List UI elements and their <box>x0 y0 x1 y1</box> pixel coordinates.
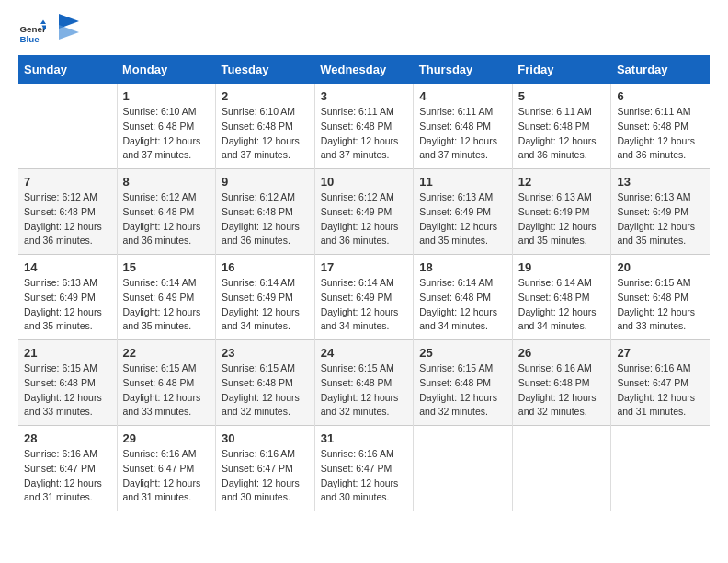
day-number: 27 <box>617 346 704 360</box>
weekday-header-thursday: Thursday <box>414 55 513 84</box>
day-number: 2 <box>222 89 309 103</box>
calendar-cell: 4Sunrise: 6:11 AMSunset: 6:48 PMDaylight… <box>414 84 513 169</box>
svg-marker-5 <box>59 25 79 40</box>
day-info: Sunrise: 6:16 AMSunset: 6:47 PMDaylight:… <box>321 447 408 505</box>
weekday-header-tuesday: Tuesday <box>216 55 315 84</box>
day-number: 13 <box>617 175 704 189</box>
calendar-cell: 29Sunrise: 6:16 AMSunset: 6:47 PMDayligh… <box>117 426 216 511</box>
day-info: Sunrise: 6:12 AMSunset: 6:49 PMDaylight:… <box>321 190 408 248</box>
calendar-week-row: 21Sunrise: 6:15 AMSunset: 6:48 PMDayligh… <box>18 340 710 426</box>
calendar-cell: 18Sunrise: 6:14 AMSunset: 6:48 PMDayligh… <box>414 255 513 340</box>
day-info: Sunrise: 6:14 AMSunset: 6:49 PMDaylight:… <box>321 276 408 334</box>
day-info: Sunrise: 6:11 AMSunset: 6:48 PMDaylight:… <box>518 105 606 163</box>
logo-arrow-icon <box>59 14 79 41</box>
calendar-cell: 10Sunrise: 6:12 AMSunset: 6:49 PMDayligh… <box>314 169 414 255</box>
calendar-cell: 11Sunrise: 6:13 AMSunset: 6:49 PMDayligh… <box>414 169 513 255</box>
day-info: Sunrise: 6:16 AMSunset: 6:47 PMDaylight:… <box>123 447 210 505</box>
day-info: Sunrise: 6:16 AMSunset: 6:47 PMDaylight:… <box>222 447 309 505</box>
day-info: Sunrise: 6:10 AMSunset: 6:48 PMDaylight:… <box>123 105 210 163</box>
day-number: 9 <box>222 175 309 189</box>
day-info: Sunrise: 6:11 AMSunset: 6:48 PMDaylight:… <box>321 105 408 163</box>
calendar-cell <box>611 426 710 511</box>
day-number: 19 <box>518 260 606 274</box>
day-number: 31 <box>321 431 408 445</box>
day-number: 7 <box>24 175 111 189</box>
day-info: Sunrise: 6:12 AMSunset: 6:48 PMDaylight:… <box>222 190 309 248</box>
calendar-cell: 8Sunrise: 6:12 AMSunset: 6:48 PMDaylight… <box>117 169 216 255</box>
day-info: Sunrise: 6:13 AMSunset: 6:49 PMDaylight:… <box>518 190 606 248</box>
day-number: 23 <box>222 346 309 360</box>
day-info: Sunrise: 6:16 AMSunset: 6:47 PMDaylight:… <box>24 447 111 505</box>
day-number: 28 <box>24 431 111 445</box>
day-info: Sunrise: 6:12 AMSunset: 6:48 PMDaylight:… <box>24 190 111 248</box>
day-number: 20 <box>617 260 704 274</box>
day-number: 25 <box>419 346 506 360</box>
weekday-header-friday: Friday <box>512 55 611 84</box>
day-info: Sunrise: 6:15 AMSunset: 6:48 PMDaylight:… <box>321 362 408 419</box>
calendar-week-row: 1Sunrise: 6:10 AMSunset: 6:48 PMDaylight… <box>18 84 710 169</box>
calendar-cell: 26Sunrise: 6:16 AMSunset: 6:48 PMDayligh… <box>512 340 611 426</box>
weekday-header-saturday: Saturday <box>611 55 710 84</box>
calendar-cell: 27Sunrise: 6:16 AMSunset: 6:47 PMDayligh… <box>611 340 710 426</box>
day-info: Sunrise: 6:16 AMSunset: 6:47 PMDaylight:… <box>617 362 704 419</box>
weekday-header-monday: Monday <box>117 55 216 84</box>
calendar-cell: 3Sunrise: 6:11 AMSunset: 6:48 PMDaylight… <box>314 84 414 169</box>
day-info: Sunrise: 6:14 AMSunset: 6:48 PMDaylight:… <box>419 276 506 334</box>
calendar-cell <box>414 426 513 511</box>
day-number: 3 <box>321 89 408 103</box>
weekday-header-wednesday: Wednesday <box>314 55 414 84</box>
calendar-cell: 15Sunrise: 6:14 AMSunset: 6:49 PMDayligh… <box>117 255 216 340</box>
day-info: Sunrise: 6:11 AMSunset: 6:48 PMDaylight:… <box>419 105 506 163</box>
day-number: 16 <box>222 260 309 274</box>
calendar-week-row: 7Sunrise: 6:12 AMSunset: 6:48 PMDaylight… <box>18 169 710 255</box>
day-number: 30 <box>222 431 309 445</box>
day-number: 14 <box>24 260 111 274</box>
day-info: Sunrise: 6:14 AMSunset: 6:48 PMDaylight:… <box>518 276 606 334</box>
calendar-week-row: 14Sunrise: 6:13 AMSunset: 6:49 PMDayligh… <box>18 255 710 340</box>
day-info: Sunrise: 6:13 AMSunset: 6:49 PMDaylight:… <box>419 190 506 248</box>
calendar-cell: 21Sunrise: 6:15 AMSunset: 6:48 PMDayligh… <box>18 340 117 426</box>
logo-icon: General Blue <box>18 18 46 46</box>
day-info: Sunrise: 6:15 AMSunset: 6:48 PMDaylight:… <box>24 362 111 419</box>
day-info: Sunrise: 6:10 AMSunset: 6:48 PMDaylight:… <box>222 105 309 163</box>
day-number: 8 <box>123 175 210 189</box>
calendar-week-row: 28Sunrise: 6:16 AMSunset: 6:47 PMDayligh… <box>18 426 710 511</box>
calendar-cell: 5Sunrise: 6:11 AMSunset: 6:48 PMDaylight… <box>512 84 611 169</box>
calendar-cell: 16Sunrise: 6:14 AMSunset: 6:49 PMDayligh… <box>216 255 315 340</box>
day-number: 26 <box>518 346 606 360</box>
calendar-cell: 28Sunrise: 6:16 AMSunset: 6:47 PMDayligh… <box>18 426 117 511</box>
calendar-cell: 23Sunrise: 6:15 AMSunset: 6:48 PMDayligh… <box>216 340 315 426</box>
calendar-table: SundayMondayTuesdayWednesdayThursdayFrid… <box>18 55 710 511</box>
day-info: Sunrise: 6:16 AMSunset: 6:48 PMDaylight:… <box>518 362 606 419</box>
calendar-cell: 31Sunrise: 6:16 AMSunset: 6:47 PMDayligh… <box>314 426 414 511</box>
day-info: Sunrise: 6:11 AMSunset: 6:48 PMDaylight:… <box>617 105 704 163</box>
day-info: Sunrise: 6:14 AMSunset: 6:49 PMDaylight:… <box>123 276 210 334</box>
weekday-header-sunday: Sunday <box>18 55 117 84</box>
calendar-cell: 24Sunrise: 6:15 AMSunset: 6:48 PMDayligh… <box>314 340 414 426</box>
day-number: 18 <box>419 260 506 274</box>
calendar-cell: 14Sunrise: 6:13 AMSunset: 6:49 PMDayligh… <box>18 255 117 340</box>
day-number: 29 <box>123 431 210 445</box>
calendar-cell: 9Sunrise: 6:12 AMSunset: 6:48 PMDaylight… <box>216 169 315 255</box>
svg-text:Blue: Blue <box>20 34 40 44</box>
day-number: 6 <box>617 89 704 103</box>
calendar-cell: 13Sunrise: 6:13 AMSunset: 6:49 PMDayligh… <box>611 169 710 255</box>
day-info: Sunrise: 6:12 AMSunset: 6:48 PMDaylight:… <box>123 190 210 248</box>
calendar-cell <box>512 426 611 511</box>
day-number: 11 <box>419 175 506 189</box>
day-number: 21 <box>24 346 111 360</box>
calendar-cell: 6Sunrise: 6:11 AMSunset: 6:48 PMDaylight… <box>611 84 710 169</box>
calendar-cell: 19Sunrise: 6:14 AMSunset: 6:48 PMDayligh… <box>512 255 611 340</box>
day-info: Sunrise: 6:13 AMSunset: 6:49 PMDaylight:… <box>24 276 111 334</box>
day-number: 22 <box>123 346 210 360</box>
calendar-cell: 12Sunrise: 6:13 AMSunset: 6:49 PMDayligh… <box>512 169 611 255</box>
calendar-cell: 22Sunrise: 6:15 AMSunset: 6:48 PMDayligh… <box>117 340 216 426</box>
calendar-cell: 1Sunrise: 6:10 AMSunset: 6:48 PMDaylight… <box>117 84 216 169</box>
day-number: 24 <box>321 346 408 360</box>
calendar-cell: 7Sunrise: 6:12 AMSunset: 6:48 PMDaylight… <box>18 169 117 255</box>
calendar-cell: 20Sunrise: 6:15 AMSunset: 6:48 PMDayligh… <box>611 255 710 340</box>
day-info: Sunrise: 6:15 AMSunset: 6:48 PMDaylight:… <box>617 276 704 334</box>
day-info: Sunrise: 6:15 AMSunset: 6:48 PMDaylight:… <box>123 362 210 419</box>
day-info: Sunrise: 6:14 AMSunset: 6:49 PMDaylight:… <box>222 276 309 334</box>
day-number: 15 <box>123 260 210 274</box>
